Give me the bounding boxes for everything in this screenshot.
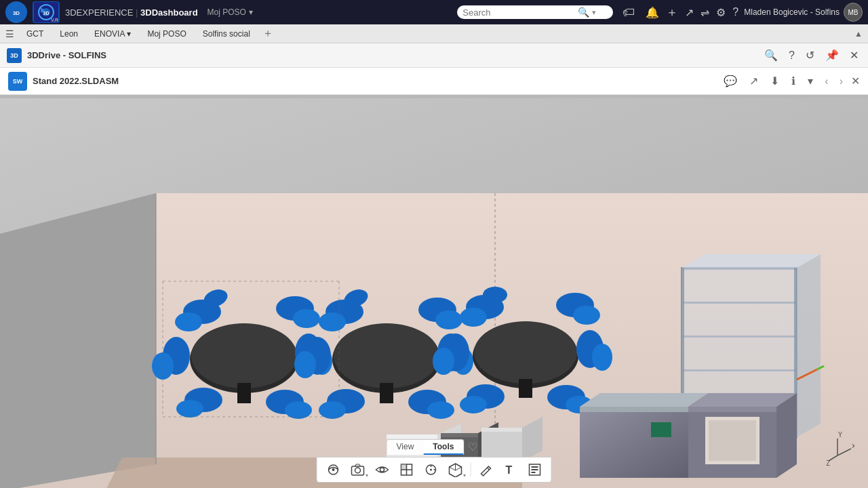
search-icon[interactable]: 🔍 [578,7,589,18]
svg-point-14 [191,323,297,388]
svg-line-120 [450,467,456,470]
comment-icon[interactable]: 💬 [720,73,741,89]
chevron-down-icon: ▾ [249,7,253,17]
svg-rect-94 [481,428,522,432]
toolbar-tabs: View Tools [387,439,465,455]
svg-text:3D: 3D [43,11,50,16]
svg-text:x: x [852,442,854,449]
document-header: SW Stand 2022.SLDASM 💬 ↗ ⬇ ℹ ▾ ‹ › ✕ [0,68,868,95]
edit-tool-button[interactable] [475,460,497,479]
tag-icon[interactable]: 🏷 [623,5,635,20]
user-avatar[interactable]: MB [844,3,863,22]
text-tool-button[interactable]: T [500,460,521,479]
svg-rect-125 [532,469,538,470]
tab-view[interactable]: View [387,440,424,455]
doc-nav-prev-icon[interactable]: ‹ [822,74,831,89]
doc-close-icon[interactable]: ✕ [851,75,860,87]
document-icon: SW [8,72,27,91]
svg-marker-84 [776,393,797,478]
toolbar-icons: T [317,457,552,483]
svg-point-56 [592,344,612,371]
svg-rect-47 [519,379,532,398]
expand-icon[interactable]: ▾ [804,73,816,89]
share-doc-icon[interactable]: ↗ [746,73,762,89]
drive-search-icon[interactable]: 🔍 [762,47,781,63]
svg-point-114 [430,469,432,471]
svg-marker-74 [797,254,821,437]
notification-icon[interactable]: 🔔 [646,6,659,19]
second-navigation-bar: ☰ GCT Leon ENOVIA ▾ Moj POSO Solfins soc… [0,24,868,43]
svg-rect-31 [380,383,393,403]
svg-text:Y: Y [838,432,842,439]
visibility-tool-button[interactable] [372,460,393,479]
tools-icon[interactable]: ⚙ [716,6,726,19]
hamburger-menu-icon[interactable]: ☰ [5,28,14,39]
svg-point-33 [319,312,346,331]
nav-item-mojposo[interactable]: Moj POSO [140,26,193,41]
svg-point-107 [355,468,361,473]
svg-text:Z: Z [826,460,830,466]
drive-help-icon[interactable]: ? [786,48,797,63]
user-name: Mladen Bogicevic - Solfins [744,7,840,17]
nav-item-gct[interactable]: GCT [20,26,50,41]
svg-text:3D: 3D [13,10,20,16]
markup-tool-button[interactable] [524,460,546,479]
svg-rect-15 [237,383,251,403]
svg-rect-124 [532,466,538,468]
drive-pin-icon[interactable]: 📌 [823,47,842,63]
add-icon[interactable]: ＋ [666,4,678,20]
svg-point-105 [332,468,335,471]
drive-title: 3DDrive - SOLFINS [27,50,106,60]
orbit-tool-button[interactable] [323,460,344,479]
app-title: 3DEXPERIENCE | 3DDashboard [65,7,198,18]
svg-line-121 [488,468,490,470]
app-logo[interactable]: 3D [5,1,27,23]
drive-window: 3D 3DDrive - SOLFINS 🔍 ? ↺ 📌 ✕ SW Stand … [0,43,868,488]
3d-viewport[interactable]: Y x Z View Tools ♡ [0,95,868,488]
chevron-down-icon: ▾ [127,29,131,39]
search-input[interactable] [462,7,578,18]
svg-marker-8 [0,193,156,488]
svg-point-58 [460,396,487,413]
svg-rect-91 [441,433,478,437]
svg-rect-82 [688,407,776,412]
svg-point-17 [175,312,202,331]
svg-point-30 [334,323,439,388]
add-tab-button[interactable]: ＋ [260,26,276,41]
collaborate-icon[interactable]: ⇌ [701,6,709,19]
display-mode-tool-button[interactable] [445,460,467,479]
drive-close-icon[interactable]: ✕ [847,47,861,63]
section-tool-button[interactable] [396,460,418,479]
tab-tools[interactable]: Tools [423,440,463,455]
toolbar-favorites-icon[interactable]: ♡ [464,439,481,455]
brand-icon[interactable]: 3D V.R [33,1,60,23]
svg-line-99 [837,449,851,455]
user-info: Mladen Bogicevic - Solfins MB [744,3,863,22]
drive-refresh-icon[interactable]: ↺ [803,47,817,63]
workspace-button[interactable]: Moj POSO ▾ [203,6,257,18]
top-right-icons: 🔔 ＋ ↗ ⇌ ⚙ ? [646,4,738,20]
doc-nav-next-icon[interactable]: › [837,74,846,89]
svg-rect-86 [709,420,756,461]
svg-text:T: T [506,464,513,476]
search-bar[interactable]: 🔍 ▾ [457,5,613,19]
svg-rect-110 [401,464,407,470]
svg-point-38 [294,351,316,378]
share-icon[interactable]: ↗ [685,6,694,19]
info-icon[interactable]: ℹ [788,73,799,89]
nav-item-enovia[interactable]: ENOVIA ▾ [87,26,138,41]
nav-item-leon[interactable]: Leon [53,26,85,41]
axis-indicator: Y x Z [821,432,854,468]
svg-point-108 [380,468,384,472]
snapshot-tool-button[interactable] [347,460,369,479]
svg-point-54 [433,348,454,375]
drive-logo: 3D [7,48,22,63]
collapse-button[interactable]: ▲ [854,29,863,39]
svg-point-50 [483,287,507,303]
nav-item-solfins-social[interactable]: Solfins social [196,26,257,41]
download-icon[interactable]: ⬇ [767,73,783,89]
svg-marker-78 [580,393,709,407]
help-icon[interactable]: ? [732,6,738,18]
search-dropdown-icon[interactable]: ▾ [592,8,596,17]
measure-tool-button[interactable] [420,460,442,479]
